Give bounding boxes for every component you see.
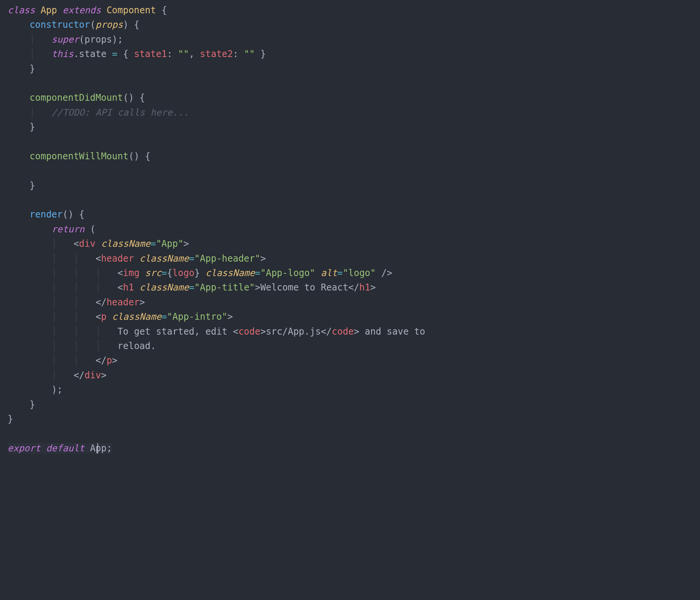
keyword-default: default [46, 443, 84, 454]
code-line: │ </div> [8, 370, 106, 381]
code-tag: code [238, 326, 260, 337]
code-line: │ │ │ <img src={logo} className="App-log… [8, 268, 392, 278]
alt-attr: alt [321, 268, 337, 278]
code-line: │ │ </header> [8, 297, 145, 308]
code-line: } [8, 414, 13, 424]
code-line: │ │ <p className="App-intro"> [8, 311, 233, 322]
code-editor[interactable]: class App extends Component { constructo… [0, 3, 700, 456]
code-line: │ │ </p> [8, 355, 117, 366]
h1-text: Welcome to React [260, 282, 348, 293]
p-tag: p [101, 311, 106, 322]
cursor-line[interactable]: export default App; [8, 443, 112, 454]
code-line: │ super(props); [8, 34, 123, 45]
code-line [8, 78, 13, 89]
param-props: props [95, 19, 123, 30]
code-line: componentDidMount() { [8, 92, 145, 103]
code-line: } [8, 122, 35, 132]
componentDidMount: componentDidMount [30, 92, 123, 103]
code-line: constructor(props) { [8, 19, 140, 30]
code-line [8, 165, 13, 176]
src-attr: src [145, 268, 161, 278]
super-call: super [52, 34, 79, 45]
div-tag: div [79, 238, 95, 249]
this-keyword: this [52, 49, 74, 59]
p-text3: reload. [117, 341, 156, 351]
code-line: │ │ │ reload. [8, 341, 156, 351]
code-line: componentWillMount() { [8, 151, 151, 162]
code-line: ); [8, 384, 63, 395]
code-line: │ //TODO: API calls here... [8, 107, 189, 118]
keyword-return: return [52, 224, 85, 235]
img-tag: img [123, 268, 139, 278]
export-name: App [90, 443, 106, 454]
code-line [8, 137, 13, 147]
todo-comment: //TODO: API calls here... [52, 107, 189, 118]
p-text1: To get started, edit [117, 326, 233, 337]
render-name: render [30, 209, 63, 220]
code-line: } [8, 399, 35, 410]
code-line [8, 428, 13, 439]
keyword-extends: extends [63, 5, 101, 16]
code-line: │ │ <header className="App-header"> [8, 253, 266, 264]
base-class: Component [106, 5, 156, 16]
h1-tag: h1 [123, 282, 134, 293]
constructor-name: constructor [30, 19, 90, 30]
componentWillMount: componentWillMount [30, 151, 129, 162]
state-assign: state [79, 49, 106, 59]
className-attr: className [101, 238, 151, 249]
code-line: │ this.state = { state1: "", state2: "" … [8, 49, 266, 59]
code-line: class App extends Component { [8, 5, 167, 16]
class-name: App [41, 5, 57, 16]
code-line: return ( [8, 224, 95, 235]
header-tag: header [101, 253, 134, 264]
code-line: │ │ │ <h1 className="App-title">Welcome … [8, 282, 376, 293]
code-line: } [8, 63, 35, 74]
code-line: render() { [8, 209, 84, 220]
code-line: } [8, 180, 35, 191]
code-line: │ <div className="App"> [8, 238, 189, 249]
code-line [8, 195, 13, 205]
code-line: │ │ │ To get started, edit <code>src/App… [8, 326, 425, 337]
keyword-class: class [8, 5, 35, 16]
keyword-export: export [8, 443, 41, 454]
